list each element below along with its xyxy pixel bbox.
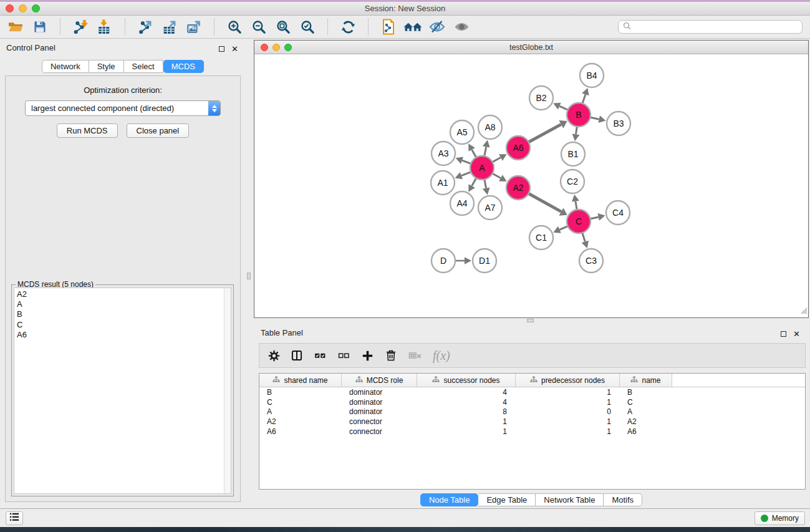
mcds-result-item[interactable]: C — [17, 320, 231, 330]
tab-select[interactable]: Select — [124, 60, 163, 73]
svg-text:C2: C2 — [567, 177, 578, 186]
zoom-fit-button[interactable] — [274, 17, 292, 36]
tab-network-table[interactable]: Network Table — [536, 493, 604, 506]
tab-style[interactable]: Style — [89, 60, 124, 73]
graph-node-C4[interactable]: C4 — [606, 201, 630, 225]
scrollbar-track[interactable] — [224, 288, 231, 493]
delete-columns-button[interactable] — [385, 349, 397, 362]
graph-node-D[interactable]: D — [432, 249, 455, 273]
run-mcds-button[interactable]: Run MCDS — [57, 123, 118, 138]
import-table-button[interactable] — [95, 17, 114, 36]
graph-node-A6[interactable]: A6 — [506, 136, 530, 160]
graph-node-C3[interactable]: C3 — [579, 249, 603, 273]
mcds-result-item[interactable]: B — [17, 309, 231, 319]
toolbar-separator — [368, 19, 369, 35]
tab-mcds[interactable]: MCDS — [163, 60, 204, 73]
graph-node-C2[interactable]: C2 — [561, 170, 584, 193]
search-input[interactable] — [634, 22, 798, 32]
graph-node-B1[interactable]: B1 — [561, 142, 585, 166]
first-neighbors-button[interactable] — [403, 17, 422, 36]
zoom-selected-button[interactable] — [298, 17, 317, 36]
graph-node-C[interactable]: C — [567, 210, 591, 233]
zoom-window-button[interactable] — [32, 4, 40, 12]
network-graph[interactable]: B4B2BB3A8A5A6B1A3AC2A1A2A4A7C4CC1C3DD1 — [254, 55, 808, 317]
zoom-in-button[interactable] — [225, 17, 244, 36]
mcds-result-item[interactable]: A — [17, 299, 231, 309]
hide-selected-button[interactable] — [428, 17, 446, 36]
graph-node-A[interactable]: A — [470, 156, 494, 180]
column-header-shared-name[interactable]: shared name — [259, 374, 342, 387]
export-network-button[interactable] — [136, 17, 155, 36]
table-cell: 1 — [516, 427, 620, 436]
zoom-network-window-button[interactable] — [284, 44, 292, 51]
graph-node-A3[interactable]: A3 — [432, 142, 455, 165]
table-cell: A — [620, 407, 672, 416]
column-header-MCDS-role[interactable]: MCDS role — [342, 374, 417, 387]
deselect-all-button[interactable] — [337, 349, 350, 362]
new-network-from-selection-button[interactable] — [379, 17, 398, 36]
attribute-icon — [355, 376, 363, 385]
graph-node-A4[interactable]: A4 — [450, 191, 474, 215]
table-settings-button[interactable] — [268, 350, 280, 362]
import-network-button[interactable] — [71, 17, 90, 36]
close-window-button[interactable] — [6, 4, 14, 12]
graph-node-A5[interactable]: A5 — [450, 120, 474, 144]
mcds-result-list[interactable]: A2ABCA6 — [14, 288, 231, 494]
select-all-button[interactable] — [314, 349, 327, 362]
minimize-window-button[interactable] — [19, 4, 27, 12]
criterion-value: largest connected component (directed) — [26, 104, 208, 113]
criterion-dropdown[interactable]: largest connected component (directed) — [25, 100, 221, 116]
horizontal-splitter-handle[interactable] — [527, 319, 534, 322]
table-row[interactable]: Adominator80A — [259, 407, 805, 417]
export-image-button[interactable] — [185, 17, 203, 36]
vertical-splitter-handle[interactable] — [247, 273, 251, 279]
table-row[interactable]: Cdominator41C — [259, 397, 805, 407]
column-header-predecessor-nodes[interactable]: predecessor nodes — [516, 374, 620, 387]
resize-grip-icon[interactable] — [800, 306, 808, 317]
table-row[interactable]: A2connector11A2 — [259, 417, 805, 427]
mcds-result-item[interactable]: A6 — [17, 330, 231, 340]
close-network-window-button[interactable] — [261, 44, 268, 51]
apply-layout-button[interactable] — [339, 17, 357, 36]
float-panel-icon[interactable] — [219, 43, 224, 54]
tab-network[interactable]: Network — [42, 60, 89, 73]
column-header-name[interactable]: name — [620, 374, 672, 387]
network-canvas[interactable]: B4B2BB3A8A5A6B1A3AC2A1A2A4A7C4CC1C3DD1 — [254, 55, 808, 317]
graph-node-B4[interactable]: B4 — [580, 64, 604, 87]
graph-node-A1[interactable]: A1 — [431, 171, 455, 195]
mcds-result-item[interactable]: A2 — [17, 289, 231, 299]
search-box[interactable] — [618, 20, 803, 34]
graph-node-A8[interactable]: A8 — [478, 115, 502, 139]
show-columns-button[interactable] — [291, 349, 303, 362]
close-panel-icon[interactable]: ✕ — [231, 43, 238, 54]
open-file-button[interactable] — [6, 17, 25, 36]
tab-motifs[interactable]: Motifs — [604, 493, 642, 506]
svg-text:C3: C3 — [586, 256, 597, 266]
tab-edge-table[interactable]: Edge Table — [478, 493, 536, 506]
save-session-button[interactable] — [31, 17, 49, 36]
column-header-successor-nodes[interactable]: successor nodes — [417, 374, 516, 387]
graph-node-C1[interactable]: C1 — [529, 226, 553, 249]
graph-node-A2[interactable]: A2 — [506, 176, 530, 200]
zoom-out-button[interactable] — [249, 17, 268, 36]
graph-node-B3[interactable]: B3 — [607, 112, 630, 135]
close-panel-button[interactable]: Close panel — [127, 123, 190, 138]
close-table-panel-icon[interactable]: ✕ — [793, 328, 800, 339]
tab-node-table[interactable]: Node Table — [420, 493, 479, 506]
table-row[interactable]: A6connector11A6 — [259, 427, 805, 437]
svg-text:B2: B2 — [536, 93, 546, 103]
network-window-titlebar[interactable]: testGlobe.txt — [254, 41, 808, 54]
table-cell: 8 — [417, 407, 516, 416]
table-cell: A6 — [620, 427, 672, 436]
minimize-network-window-button[interactable] — [272, 44, 280, 51]
graph-node-D1[interactable]: D1 — [473, 249, 496, 273]
float-table-panel-icon[interactable] — [781, 328, 786, 339]
table-row[interactable]: Bdominator41B — [259, 387, 805, 397]
memory-button[interactable]: Memory — [755, 511, 805, 525]
add-column-button[interactable] — [361, 349, 374, 362]
task-history-button[interactable] — [6, 511, 23, 525]
graph-node-B2[interactable]: B2 — [529, 86, 553, 110]
graph-node-A7[interactable]: A7 — [478, 196, 502, 220]
graph-node-B[interactable]: B — [567, 103, 591, 127]
export-table-button[interactable] — [160, 17, 179, 36]
